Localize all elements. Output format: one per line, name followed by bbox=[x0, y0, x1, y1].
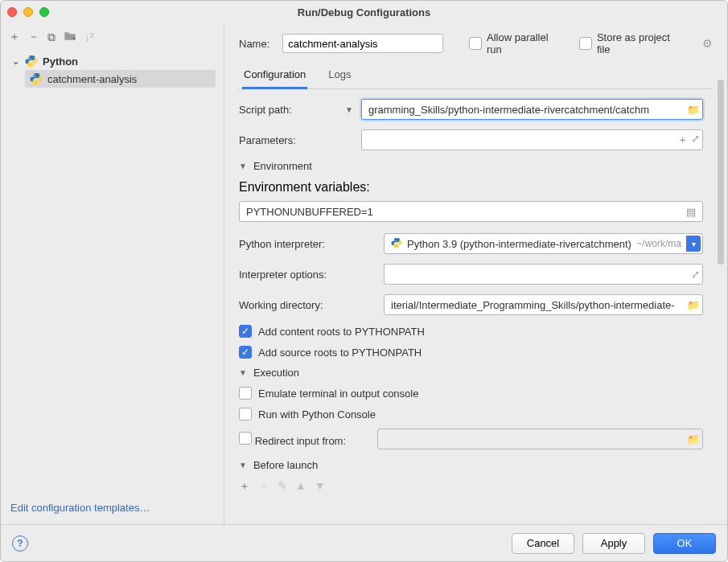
env-vars-value: PYTHONUNBUFFERED=1 bbox=[246, 206, 373, 218]
before-launch-section-title: Before launch bbox=[253, 459, 318, 471]
environment-section: ▼ Environment Environment variables: PYT… bbox=[239, 160, 703, 359]
emulate-terminal-label: Emulate terminal in output console bbox=[258, 388, 418, 400]
parameters-input[interactable] bbox=[361, 129, 703, 150]
interpreter-hint: ~/work/ma bbox=[636, 238, 681, 249]
workdir-input[interactable] bbox=[384, 294, 703, 315]
environment-section-header[interactable]: ▼ Environment bbox=[239, 160, 703, 172]
interpreter-options-label: Interpreter options: bbox=[239, 269, 327, 281]
workdir-row: Working directory: 📁 bbox=[239, 294, 703, 315]
svg-point-2 bbox=[34, 74, 35, 75]
python-icon bbox=[25, 55, 38, 68]
main-split: ＋ － ⧉ ↓² ⌄ Python bbox=[1, 23, 727, 524]
add-source-roots-label: Add source roots to PYTHONPATH bbox=[258, 347, 422, 359]
expand-icon[interactable]: ⤢ bbox=[691, 269, 700, 281]
add-content-roots-label: Add content roots to PYTHONPATH bbox=[258, 326, 425, 338]
add-icon[interactable]: ＋ bbox=[677, 133, 688, 147]
move-down-button[interactable]: ▼ bbox=[315, 479, 326, 494]
interpreter-label: Python interpreter: bbox=[239, 238, 325, 250]
svg-point-3 bbox=[38, 82, 39, 83]
interpreter-select[interactable]: Python 3.9 (python-intermediate-rivercat… bbox=[384, 233, 703, 254]
config-scroll-area[interactable]: Script path: ▼ 📁 Parameters: bbox=[239, 89, 713, 524]
cancel-button[interactable]: Cancel bbox=[512, 533, 574, 554]
checkbox-checked-icon: ✓ bbox=[239, 325, 252, 338]
add-source-roots-checkbox[interactable]: ✓ Add source roots to PYTHONPATH bbox=[239, 346, 703, 359]
save-folder-button[interactable] bbox=[64, 31, 76, 44]
run-with-console-label: Run with Python Console bbox=[258, 408, 376, 420]
dialog-body: ＋ － ⧉ ↓² ⌄ Python bbox=[1, 23, 727, 561]
help-button[interactable]: ? bbox=[12, 535, 28, 552]
interpreter-options-input[interactable] bbox=[384, 264, 703, 285]
chevron-down-icon[interactable]: ▼ bbox=[345, 105, 353, 114]
checkbox-icon bbox=[239, 432, 252, 445]
python-icon bbox=[30, 72, 43, 85]
dialog-window: Run/Debug Configurations ＋ － ⧉ ↓² ⌄ bbox=[0, 0, 728, 562]
before-launch-section: ▼ Before launch ＋ － ✎ ▲ ▼ bbox=[239, 459, 703, 494]
redirect-input-checkbox[interactable]: Redirect input from: bbox=[239, 432, 377, 447]
env-vars-input[interactable]: PYTHONUNBUFFERED=1 ▤ bbox=[239, 201, 703, 222]
redirect-input-row: Redirect input from: 📁 bbox=[239, 429, 703, 449]
remove-task-button[interactable]: － bbox=[258, 479, 269, 494]
env-vars-label: Environment variables: bbox=[239, 180, 703, 195]
titlebar: Run/Debug Configurations bbox=[1, 1, 727, 23]
right-panel: Name: Allow parallel run Store as projec… bbox=[224, 23, 727, 524]
store-as-project-label: Store as project file bbox=[597, 31, 686, 55]
chevron-down-icon: ▼ bbox=[239, 162, 247, 170]
store-as-project-checkbox[interactable]: Store as project file bbox=[579, 31, 686, 55]
move-up-button[interactable]: ▲ bbox=[295, 479, 306, 494]
apply-button[interactable]: Apply bbox=[582, 533, 645, 554]
script-path-input[interactable] bbox=[361, 99, 703, 120]
edit-task-button[interactable]: ✎ bbox=[278, 479, 287, 494]
script-path-label: Script path: bbox=[239, 104, 292, 116]
emulate-terminal-checkbox[interactable]: Emulate terminal in output console bbox=[239, 387, 703, 400]
left-footer: Edit configuration templates… bbox=[9, 495, 216, 519]
edit-templates-link[interactable]: Edit configuration templates… bbox=[10, 502, 150, 514]
name-input[interactable] bbox=[282, 34, 443, 53]
dropdown-arrow-icon: ▾ bbox=[686, 236, 701, 252]
allow-parallel-checkbox[interactable]: Allow parallel run bbox=[469, 31, 566, 55]
python-icon bbox=[391, 237, 402, 251]
redirect-input-field bbox=[377, 429, 703, 449]
add-task-button[interactable]: ＋ bbox=[239, 479, 250, 494]
chevron-down-icon: ▼ bbox=[239, 368, 247, 377]
tab-logs[interactable]: Logs bbox=[327, 64, 352, 88]
remove-config-button[interactable]: － bbox=[28, 30, 39, 44]
scrollbar-thumb[interactable] bbox=[718, 80, 724, 265]
dialog-footer: ? Cancel Apply OK bbox=[1, 524, 727, 561]
tree-item-catchment-analysis[interactable]: catchment-analysis bbox=[25, 70, 216, 88]
tree-node-python[interactable]: ⌄ Python bbox=[9, 52, 216, 70]
add-config-button[interactable]: ＋ bbox=[9, 30, 20, 44]
execution-section: ▼ Execution Emulate terminal in output c… bbox=[239, 367, 703, 449]
name-label: Name: bbox=[239, 38, 269, 50]
script-path-row: Script path: ▼ 📁 bbox=[239, 99, 703, 120]
execution-section-title: Execution bbox=[253, 367, 299, 379]
browse-folder-icon[interactable]: 📁 bbox=[687, 299, 700, 311]
browse-folder-icon[interactable]: 📁 bbox=[687, 104, 700, 116]
list-edit-icon[interactable]: ▤ bbox=[686, 206, 696, 218]
add-content-roots-checkbox[interactable]: ✓ Add content roots to PYTHONPATH bbox=[239, 325, 703, 338]
checkbox-checked-icon: ✓ bbox=[239, 346, 252, 359]
tree-item-label: catchment-analysis bbox=[47, 73, 137, 85]
execution-section-header[interactable]: ▼ Execution bbox=[239, 367, 703, 379]
expand-icon[interactable]: ⤢ bbox=[691, 133, 700, 147]
environment-section-title: Environment bbox=[253, 160, 312, 172]
gear-icon[interactable]: ⚙ bbox=[702, 37, 713, 50]
tab-configuration[interactable]: Configuration bbox=[242, 64, 307, 89]
chevron-down-icon: ▼ bbox=[239, 461, 247, 470]
before-launch-section-header[interactable]: ▼ Before launch bbox=[239, 459, 703, 471]
allow-parallel-label: Allow parallel run bbox=[487, 31, 566, 55]
vertical-scrollbar[interactable] bbox=[718, 80, 724, 482]
checkbox-icon bbox=[579, 37, 592, 50]
sort-config-button[interactable]: ↓² bbox=[84, 31, 94, 43]
workdir-label: Working directory: bbox=[239, 299, 323, 311]
ok-button[interactable]: OK bbox=[653, 533, 716, 554]
parameters-label: Parameters: bbox=[239, 134, 296, 146]
interpreter-options-row: Interpreter options: ⤢ bbox=[239, 264, 703, 285]
parameters-row: Parameters: ＋ ⤢ bbox=[239, 129, 703, 150]
run-with-console-checkbox[interactable]: Run with Python Console bbox=[239, 408, 703, 420]
config-toolbar: ＋ － ⧉ ↓² bbox=[9, 28, 216, 46]
copy-config-button[interactable]: ⧉ bbox=[47, 31, 56, 44]
interpreter-row: Python interpreter: Python 3.9 (python-i… bbox=[239, 233, 703, 254]
chevron-down-icon: ⌄ bbox=[12, 56, 20, 67]
left-panel: ＋ － ⧉ ↓² ⌄ Python bbox=[1, 23, 224, 524]
name-row: Name: Allow parallel run Store as projec… bbox=[239, 31, 713, 55]
